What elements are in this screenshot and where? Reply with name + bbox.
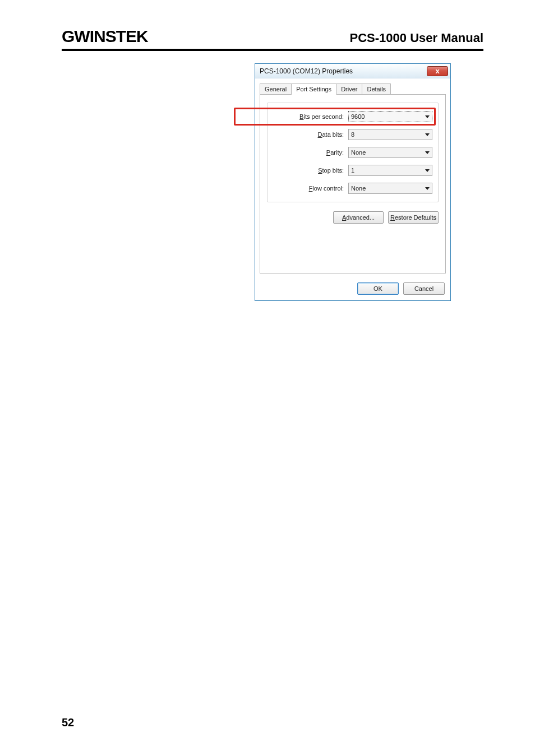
port-settings-group: Bits per second: 9600 Data bits: 8 [267, 103, 439, 202]
row-flow-control: Flow control: None [273, 183, 432, 194]
dialog-footer: OK Cancel [255, 278, 450, 300]
page-header: GWINSTEK PCS-1000 User Manual [62, 28, 483, 51]
label-bits-per-second: Bits per second: [299, 113, 344, 120]
combo-value: 1 [351, 167, 354, 174]
row-stop-bits: Stop bits: 1 [273, 165, 432, 176]
tab-label: General [265, 86, 287, 92]
label-flow-control: Flow control: [309, 185, 344, 192]
tab-label: Driver [341, 86, 357, 92]
tab-driver[interactable]: Driver [336, 84, 362, 95]
dialog-titlebar: PCS-1000 (COM12) Properties x [255, 64, 450, 78]
document-page: GWINSTEK PCS-1000 User Manual PCS-1000 (… [0, 0, 535, 756]
combo-value: None [351, 185, 366, 192]
dialog-wrap: PCS-1000 (COM12) Properties x General Po… [62, 63, 483, 301]
page-title: PCS-1000 User Manual [350, 31, 483, 45]
combo-value: 9600 [351, 113, 365, 120]
tab-label: Details [367, 86, 386, 92]
tab-details[interactable]: Details [362, 84, 391, 95]
brand-text: GWINSTEK [62, 28, 148, 45]
combo-flow-control[interactable]: None [348, 183, 432, 194]
restore-defaults-button[interactable]: Restore Defaults [388, 211, 439, 224]
page-number: 52 [62, 716, 74, 729]
chevron-down-icon [425, 133, 430, 136]
combo-value: 8 [351, 131, 354, 138]
close-button[interactable]: x [427, 66, 448, 76]
tab-general[interactable]: General [260, 84, 292, 95]
chevron-down-icon [425, 187, 430, 190]
properties-dialog: PCS-1000 (COM12) Properties x General Po… [255, 63, 451, 301]
header-rule [62, 49, 483, 51]
ok-button[interactable]: OK [357, 282, 399, 295]
dialog-title: PCS-1000 (COM12) Properties [260, 67, 353, 75]
close-icon: x [435, 67, 439, 75]
brand-logo: GWINSTEK [62, 28, 148, 45]
group-buttons-row: Advanced... Restore Defaults [267, 211, 439, 224]
tab-body: Bits per second: 9600 Data bits: 8 [260, 94, 446, 273]
label-data-bits: Data bits: [318, 131, 344, 138]
dialog-tabs: General Port Settings Driver Details [255, 78, 450, 94]
row-data-bits: Data bits: 8 [273, 129, 432, 140]
label-stop-bits: Stop bits: [318, 167, 344, 174]
combo-parity[interactable]: None [348, 147, 432, 158]
header-row: GWINSTEK PCS-1000 User Manual [62, 28, 483, 45]
label-parity: Parity: [326, 149, 344, 156]
combo-stop-bits[interactable]: 1 [348, 165, 432, 176]
combo-value: None [351, 149, 366, 156]
chevron-down-icon [425, 169, 430, 172]
row-parity: Parity: None [273, 147, 432, 158]
combo-bits-per-second[interactable]: 9600 [348, 111, 432, 122]
advanced-button[interactable]: Advanced... [333, 211, 384, 224]
cancel-button[interactable]: Cancel [403, 282, 445, 295]
chevron-down-icon [425, 115, 430, 118]
row-bits-per-second: Bits per second: 9600 [273, 111, 432, 122]
combo-data-bits[interactable]: 8 [348, 129, 432, 140]
tab-label: Port Settings [296, 86, 331, 92]
chevron-down-icon [425, 151, 430, 154]
tab-port-settings[interactable]: Port Settings [292, 84, 336, 95]
